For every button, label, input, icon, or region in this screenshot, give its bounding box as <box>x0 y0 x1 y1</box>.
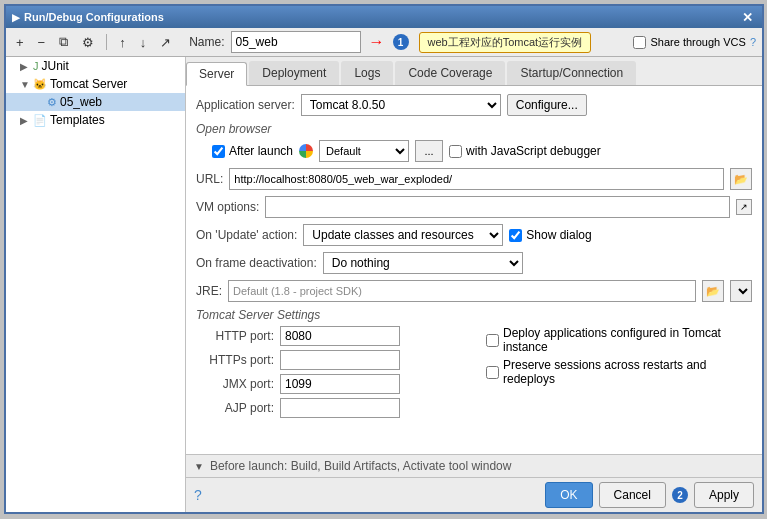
tab-logs[interactable]: Logs <box>341 61 393 85</box>
preserve-sessions-label[interactable]: Preserve sessions across restarts and re… <box>486 358 752 386</box>
move-up-button[interactable]: ↑ <box>115 33 130 52</box>
jmx-port-row: JMX port: <box>204 374 470 394</box>
help-icon[interactable]: ? <box>194 487 202 503</box>
after-launch-checkbox-label[interactable]: After launch <box>212 144 293 158</box>
ports-grid: HTTP port: HTTPs port: JMX port: <box>204 326 752 418</box>
https-port-input[interactable] <box>280 350 400 370</box>
on-update-label: On 'Update' action: <box>196 228 297 242</box>
remove-config-button[interactable]: − <box>34 33 50 52</box>
show-dialog-label[interactable]: Show dialog <box>509 228 591 242</box>
deploy-apps-checkbox[interactable] <box>486 334 499 347</box>
title-bar-left: ▶ Run/Debug Configurations <box>12 11 164 23</box>
deploy-apps-text: Deploy applications configured in Tomcat… <box>503 326 752 354</box>
tab-content-server: Application server: Tomcat 8.0.50 Config… <box>186 86 762 454</box>
tree-label-05web: 05_web <box>60 95 102 109</box>
url-browse-button[interactable]: 📂 <box>730 168 752 190</box>
copy-config-button[interactable]: ⧉ <box>55 32 72 52</box>
http-port-input[interactable] <box>280 326 400 346</box>
ajp-port-input[interactable] <box>280 398 400 418</box>
annotation-circle-2: 2 <box>672 487 688 503</box>
run-debug-configurations-window: ▶ Run/Debug Configurations ✕ + − ⧉ ⚙ ↑ ↓… <box>4 4 764 514</box>
move-button[interactable]: ↗ <box>156 33 175 52</box>
vm-options-label: VM options: <box>196 200 259 214</box>
name-label: Name: <box>189 35 224 49</box>
vm-options-input[interactable] <box>265 196 730 218</box>
tree-arrow-05web <box>34 97 44 108</box>
js-debugger-label[interactable]: with JavaScript debugger <box>449 144 601 158</box>
jmx-port-label: JMX port: <box>204 377 274 391</box>
close-button[interactable]: ✕ <box>739 10 756 25</box>
share-vcs-label: Share through VCS <box>650 36 745 48</box>
app-server-label: Application server: <box>196 98 295 112</box>
show-dialog-checkbox[interactable] <box>509 229 522 242</box>
open-browser-section-label: Open browser <box>196 122 752 136</box>
before-launch-row: ▼ Before launch: Build, Build Artifacts,… <box>194 459 754 473</box>
configure-button[interactable]: Configure... <box>507 94 587 116</box>
https-port-label: HTTPs port: <box>204 353 274 367</box>
before-launch-arrow[interactable]: ▼ <box>194 461 204 472</box>
annotation-text: web工程对应的Tomcat运行实例 <box>419 32 592 53</box>
apply-button[interactable]: Apply <box>694 482 754 508</box>
before-launch-bar: ▼ Before launch: Build, Build Artifacts,… <box>186 454 762 477</box>
browser-select[interactable]: Default <box>319 140 409 162</box>
tree-item-tomcat-server[interactable]: ▼ 🐱 Tomcat Server <box>6 75 185 93</box>
tab-startup[interactable]: Startup/Connection <box>507 61 636 85</box>
tab-deployment[interactable]: Deployment <box>249 61 339 85</box>
preserve-sessions-checkbox[interactable] <box>486 366 499 379</box>
cancel-button[interactable]: Cancel <box>599 482 666 508</box>
jre-input[interactable] <box>228 280 696 302</box>
deploy-apps-row: Deploy applications configured in Tomcat… <box>486 326 752 354</box>
https-port-row: HTTPs port: <box>204 350 470 370</box>
ports-right: Deploy applications configured in Tomcat… <box>486 326 752 418</box>
toolbar-separator <box>106 34 107 50</box>
deploy-apps-label[interactable]: Deploy applications configured in Tomcat… <box>486 326 752 354</box>
after-launch-checkbox[interactable] <box>212 145 225 158</box>
expand-vm-btn[interactable]: ↗ <box>736 199 752 215</box>
tree-label-templates: Templates <box>50 113 105 127</box>
bottom-buttons-bar: ? OK Cancel 2 Apply <box>186 477 762 512</box>
url-label: URL: <box>196 172 223 186</box>
url-row: URL: 📂 <box>196 168 752 190</box>
show-dialog-text: Show dialog <box>526 228 591 242</box>
toolbar: + − ⧉ ⚙ ↑ ↓ ↗ Name: → 1 web工程对应的Tomcat运行… <box>6 28 762 57</box>
templates-icon: 📄 <box>33 114 47 127</box>
preserve-sessions-row: Preserve sessions across restarts and re… <box>486 358 752 386</box>
tomcat-settings-label: Tomcat Server Settings <box>196 308 752 322</box>
tab-code-coverage[interactable]: Code Coverage <box>395 61 505 85</box>
move-down-button[interactable]: ↓ <box>136 33 151 52</box>
jre-browse-btn[interactable]: 📂 <box>702 280 724 302</box>
config-icon: ⚙ <box>47 96 57 109</box>
tree-arrow-tomcat: ▼ <box>20 79 30 90</box>
arrow-icon: → <box>369 33 385 51</box>
app-server-select[interactable]: Tomcat 8.0.50 <box>301 94 501 116</box>
on-frame-select[interactable]: Do nothing <box>323 252 523 274</box>
ok-button[interactable]: OK <box>545 482 592 508</box>
app-server-row: Application server: Tomcat 8.0.50 Config… <box>196 94 752 116</box>
jre-dropdown[interactable]: ▼ <box>730 280 752 302</box>
jmx-port-input[interactable] <box>280 374 400 394</box>
name-section: Name: → 1 web工程对应的Tomcat运行实例 <box>189 31 591 53</box>
http-port-label: HTTP port: <box>204 329 274 343</box>
on-update-select[interactable]: Update classes and resources <box>303 224 503 246</box>
ports-left: HTTP port: HTTPs port: JMX port: <box>204 326 470 418</box>
annotation-circle-1: 1 <box>393 34 409 50</box>
settings-button[interactable]: ⚙ <box>78 33 98 52</box>
tab-server[interactable]: Server <box>186 62 247 86</box>
browser-options-button[interactable]: ... <box>415 140 443 162</box>
tree-item-templates[interactable]: ▶ 📄 Templates <box>6 111 185 129</box>
tabs-bar: Server Deployment Logs Code Coverage Sta… <box>186 57 762 86</box>
tree-item-junit[interactable]: ▶ J JUnit <box>6 57 185 75</box>
open-browser-row: After launch Default ... with JavaScript… <box>196 140 752 162</box>
name-input[interactable] <box>231 31 361 53</box>
preserve-sessions-text: Preserve sessions across restarts and re… <box>503 358 752 386</box>
tree-arrow-templates: ▶ <box>20 115 30 126</box>
vm-options-row: VM options: ↗ <box>196 196 752 218</box>
js-debugger-checkbox[interactable] <box>449 145 462 158</box>
share-vcs-checkbox[interactable] <box>633 36 646 49</box>
window-icon: ▶ <box>12 12 20 23</box>
add-config-button[interactable]: + <box>12 33 28 52</box>
url-input[interactable] <box>229 168 724 190</box>
tree-item-05web[interactable]: ⚙ 05_web <box>6 93 185 111</box>
jre-label: JRE: <box>196 284 222 298</box>
ajp-port-label: AJP port: <box>204 401 274 415</box>
